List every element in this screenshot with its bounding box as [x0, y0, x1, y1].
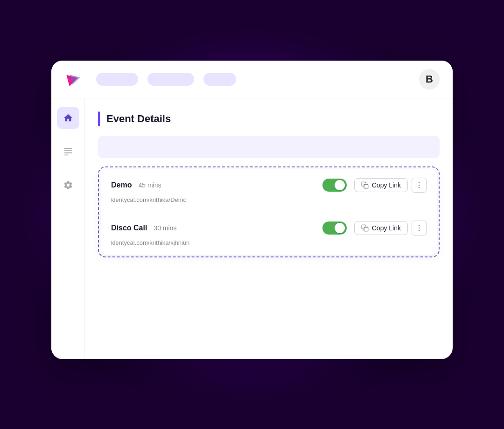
more-menu-button-demo[interactable]: [412, 178, 427, 193]
copy-link-button-demo[interactable]: Copy Link: [354, 178, 408, 192]
section-title: Event Details: [106, 113, 171, 125]
sidebar-item-home[interactable]: [57, 107, 79, 129]
event-duration-disco: 30 mins: [154, 224, 176, 232]
sidebar: [51, 98, 85, 359]
toggle-thumb-demo: [335, 180, 345, 190]
dashed-highlight-box: Demo 45 mins: [98, 166, 440, 257]
svg-rect-10: [364, 227, 368, 231]
svg-rect-6: [364, 184, 368, 188]
event-name-demo: Demo: [111, 181, 132, 189]
event-toggle-disco[interactable]: [322, 221, 347, 235]
toggle-thumb-disco: [335, 223, 345, 233]
main-content: Event Details Demo 45 mins: [85, 98, 453, 359]
sidebar-item-list[interactable]: [57, 140, 79, 163]
event-row-demo-top: Demo 45 mins: [111, 178, 427, 193]
copy-link-label-demo: Copy Link: [372, 181, 401, 189]
svg-rect-2: [64, 148, 72, 149]
section-border-decoration: [98, 111, 100, 126]
svg-point-9: [419, 187, 420, 188]
event-toggle-demo[interactable]: [322, 179, 347, 192]
copy-icon-disco: [361, 224, 369, 232]
nav-bar: B: [51, 61, 453, 98]
event-row-disco: Disco Call 30 mins: [101, 212, 437, 255]
nav-pill-1[interactable]: [96, 73, 138, 86]
event-url-disco: klentycal.com/krithika/kjhniuh: [111, 239, 427, 246]
nav-pill-3[interactable]: [203, 73, 236, 86]
event-name-disco: Disco Call: [111, 224, 147, 232]
svg-point-7: [419, 182, 420, 183]
svg-point-8: [419, 185, 420, 186]
more-icon-disco: [415, 224, 423, 232]
copy-link-button-disco[interactable]: Copy Link: [354, 221, 408, 235]
svg-point-13: [419, 230, 420, 231]
copy-icon-demo: [361, 181, 369, 189]
event-url-demo: klentycal.com/krithika/Demo: [111, 196, 427, 203]
svg-rect-5: [64, 154, 68, 155]
section-header: Event Details: [98, 111, 440, 126]
copy-link-label-disco: Copy Link: [372, 224, 401, 232]
main-card: B: [51, 61, 453, 359]
app-container: B: [51, 61, 453, 368]
events-card: Demo 45 mins: [101, 169, 437, 255]
home-icon: [63, 113, 73, 123]
placeholder-bar: [98, 136, 440, 158]
body-area: Event Details Demo 45 mins: [51, 98, 453, 359]
svg-point-12: [419, 228, 420, 228]
event-duration-demo: 45 mins: [138, 181, 161, 189]
more-menu-button-disco[interactable]: [412, 221, 427, 235]
list-icon: [63, 146, 73, 157]
svg-point-11: [419, 225, 420, 226]
app-logo: [64, 71, 81, 88]
nav-pill-2[interactable]: [147, 73, 194, 86]
user-avatar[interactable]: B: [419, 69, 440, 90]
event-row-disco-top: Disco Call 30 mins: [111, 221, 427, 235]
svg-rect-3: [64, 150, 72, 151]
more-icon-demo: [415, 181, 423, 189]
settings-icon: [63, 180, 73, 190]
sidebar-item-settings[interactable]: [57, 174, 79, 196]
svg-rect-4: [64, 152, 72, 153]
event-row-demo: Demo 45 mins: [101, 169, 437, 212]
